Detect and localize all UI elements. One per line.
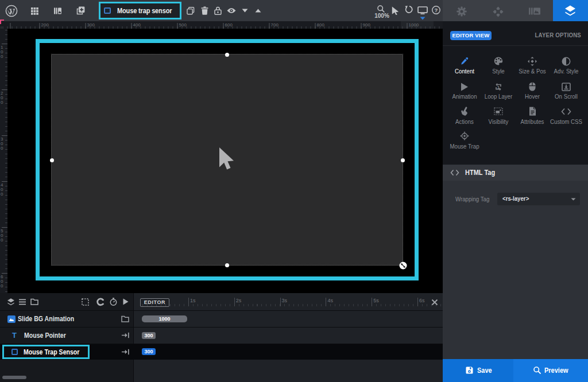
svg-text:1: 1: [497, 85, 500, 90]
svg-text:?: ?: [435, 7, 438, 13]
